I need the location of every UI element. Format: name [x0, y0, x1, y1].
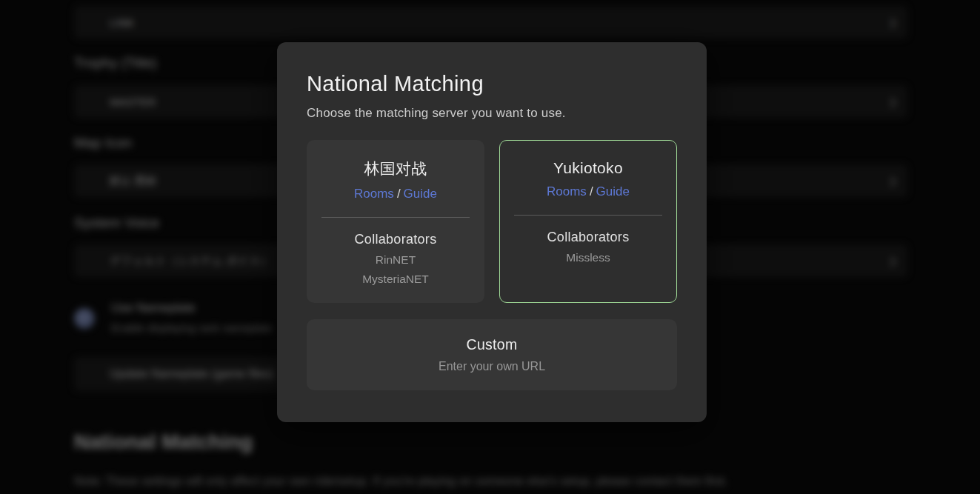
server-links: Rooms/Guide — [354, 187, 437, 201]
custom-card-subtitle: Enter your own URL — [439, 360, 545, 373]
collaborators-heading: Collaborators — [547, 230, 630, 245]
collaborator-name: RinNET — [376, 253, 416, 267]
card-divider — [514, 215, 662, 216]
collaborators-heading: Collaborators — [355, 232, 437, 247]
national-matching-modal: National Matching Choose the matching se… — [277, 42, 707, 422]
modal-title: National Matching — [307, 72, 677, 96]
link-separator: / — [587, 184, 596, 198]
custom-card-title: Custom — [467, 336, 518, 353]
card-divider — [321, 217, 470, 218]
rooms-link[interactable]: Rooms — [547, 184, 587, 198]
server-name: Yukiotoko — [553, 159, 623, 177]
server-links: Rooms/Guide — [547, 184, 630, 199]
server-name: 林国对战 — [364, 158, 427, 179]
server-options-row: 林国对战 Rooms/Guide Collaborators RinNET My… — [307, 140, 677, 303]
link-separator: / — [394, 187, 404, 201]
guide-link[interactable]: Guide — [596, 184, 630, 198]
rooms-link[interactable]: Rooms — [354, 187, 394, 201]
server-card-linguo[interactable]: 林国对战 Rooms/Guide Collaborators RinNET My… — [307, 140, 484, 303]
collaborator-name: Missless — [566, 251, 610, 264]
custom-server-card[interactable]: Custom Enter your own URL — [307, 319, 677, 390]
modal-subtitle: Choose the matching server you want to u… — [307, 106, 677, 121]
server-card-yukiotoko[interactable]: Yukiotoko Rooms/Guide Collaborators Miss… — [499, 140, 677, 303]
collaborator-name: MysteriaNET — [362, 273, 429, 286]
guide-link[interactable]: Guide — [404, 187, 437, 201]
